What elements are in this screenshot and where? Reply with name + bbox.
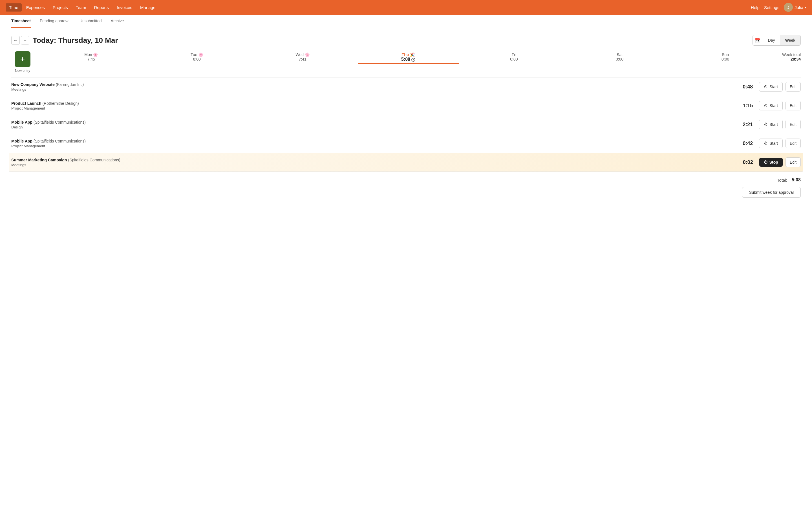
entry-client: (Farringdon Inc) [55, 82, 84, 87]
next-week-button[interactable]: → [21, 36, 29, 44]
new-entry-button[interactable]: + [15, 51, 31, 67]
entry-task: Project Management [11, 144, 739, 148]
new-entry-label: New entry [15, 69, 30, 73]
entry-project: New Company Website [11, 82, 55, 87]
week-total: Week total 28:34 [778, 51, 801, 62]
day-hours-sun: 0:00 [722, 57, 729, 61]
nav-right: Help Settings J Julia ▾ [751, 3, 806, 12]
day-name-thu: Thu 🎉 [402, 52, 415, 57]
day-col-fri[interactable]: Fri0:00 [461, 51, 567, 65]
header-row: ← → Today: Thursday, 10 Mar 📅 Day Week [11, 35, 801, 46]
start-button[interactable]: ⏱ Start [759, 101, 783, 110]
edit-button[interactable]: Edit [785, 101, 801, 110]
nav-item-expenses[interactable]: Expenses [23, 3, 48, 12]
day-col-thu[interactable]: Thu 🎉5:08 [356, 51, 461, 65]
clock-icon: ⏱ [764, 122, 768, 127]
week-total-value: 28:34 [791, 57, 801, 61]
entry-project-line: Mobile App (Spitalfields Communications) [11, 139, 739, 143]
day-col-tue[interactable]: Tue 🌸8:00 [144, 51, 250, 65]
entry-project: Mobile App [11, 139, 32, 143]
start-button[interactable]: ⏱ Start [759, 82, 783, 92]
entry-actions-entry3: 2:21⏱ StartEdit [739, 120, 801, 129]
entry-time: 2:21 [739, 122, 753, 128]
table-row-entry3: Mobile App (Spitalfields Communications)… [11, 115, 801, 134]
week-view-button[interactable]: Week [780, 35, 800, 46]
entry-time: 0:42 [739, 141, 753, 146]
nav-item-manage[interactable]: Manage [137, 3, 159, 12]
entry-actions-entry4: 0:42⏱ StartEdit [739, 139, 801, 148]
clock-icon: ⏱ [764, 141, 768, 146]
entry-project-line: Mobile App (Spitalfields Communications) [11, 120, 739, 125]
edit-button[interactable]: Edit [785, 139, 801, 148]
entries-list: New Company Website (Farringdon Inc)Meet… [11, 77, 801, 172]
start-button[interactable]: ⏱ Start [759, 139, 783, 148]
day-name-fri: Fri [512, 52, 516, 57]
week-section: + New entry Mon 🌸7:45Tue 🌸8:00Wed 🌸7:41T… [11, 51, 801, 73]
entry-info-entry2: Product Launch (Rotherhithe Design)Proje… [11, 101, 739, 110]
nav-item-invoices[interactable]: Invoices [113, 3, 136, 12]
day-col-wed[interactable]: Wed 🌸7:41 [250, 51, 356, 65]
tab-timesheet[interactable]: Timesheet [11, 15, 31, 28]
entry-project-line: Summer Marketing Campaign (Spitalfields … [11, 158, 739, 162]
current-day-underline [358, 63, 459, 64]
prev-week-button[interactable]: ← [11, 36, 20, 44]
nav-item-reports[interactable]: Reports [91, 3, 113, 12]
entry-project-line: New Company Website (Farringdon Inc) [11, 82, 739, 87]
day-hours-mon: 7:45 [87, 57, 95, 61]
date-nav-arrows: ← → [11, 36, 29, 44]
day-name-tue: Tue 🌸 [191, 52, 203, 57]
entry-project-line: Product Launch (Rotherhithe Design) [11, 101, 739, 106]
entry-info-entry5: Summer Marketing Campaign (Spitalfields … [11, 158, 739, 167]
entry-info-entry1: New Company Website (Farringdon Inc)Meet… [11, 82, 739, 92]
user-name: Julia [795, 5, 803, 10]
submit-row: Submit week for approval [11, 187, 801, 204]
table-row-entry2: Product Launch (Rotherhithe Design)Proje… [11, 96, 801, 115]
week-total-label: Week total [782, 52, 801, 57]
calendar-icon-button[interactable]: 📅 [753, 35, 763, 46]
edit-button[interactable]: Edit [785, 158, 801, 167]
start-button[interactable]: ⏱ Start [759, 120, 783, 129]
clock-icon: ⏱ [764, 85, 768, 89]
clock-icon: ⏱ [764, 103, 768, 108]
entry-info-entry3: Mobile App (Spitalfields Communications)… [11, 120, 739, 129]
entry-actions-entry2: 1:15⏱ StartEdit [739, 101, 801, 110]
nav-item-time[interactable]: Time [6, 3, 22, 12]
today-date: Thursday, 10 Mar [58, 36, 118, 44]
entry-task: Meetings [11, 87, 739, 92]
day-col-sun[interactable]: Sun0:00 [672, 51, 778, 65]
day-col-sat[interactable]: Sat0:00 [567, 51, 672, 65]
entry-project: Mobile App [11, 120, 32, 125]
day-hours-wed: 7:41 [299, 57, 307, 61]
settings-link[interactable]: Settings [764, 5, 779, 10]
user-menu[interactable]: J Julia ▾ [784, 3, 806, 12]
entry-time: 0:48 [739, 84, 753, 90]
tab-unsubmitted[interactable]: Unsubmitted [80, 15, 102, 28]
entry-client: (Spitalfields Communications) [32, 120, 86, 125]
nav-item-team[interactable]: Team [72, 3, 90, 12]
tabs-bar: TimesheetPending approvalUnsubmittedArch… [0, 15, 812, 28]
edit-button[interactable]: Edit [785, 120, 801, 129]
entry-project: Product Launch [11, 101, 41, 106]
day-col-mon[interactable]: Mon 🌸7:45 [38, 51, 144, 65]
help-link[interactable]: Help [751, 5, 760, 10]
entry-client: (Rotherhithe Design) [41, 101, 79, 106]
entry-time: 1:15 [739, 103, 753, 109]
day-view-button[interactable]: Day [763, 35, 780, 46]
table-row-entry4: Mobile App (Spitalfields Communications)… [11, 134, 801, 153]
main-nav: TimeExpensesProjectsTeamReportsInvoicesM… [0, 0, 812, 15]
today-prefix: Today: [33, 36, 56, 44]
nav-item-projects[interactable]: Projects [49, 3, 71, 12]
entry-actions-entry5: 0:02⏱ StopEdit [739, 158, 801, 167]
nav-items: TimeExpensesProjectsTeamReportsInvoicesM… [6, 3, 159, 12]
submit-week-button[interactable]: Submit week for approval [742, 187, 801, 198]
entry-time: 0:02 [739, 159, 753, 165]
entry-client: (Spitalfields Communications) [67, 158, 120, 162]
edit-button[interactable]: Edit [785, 82, 801, 92]
tab-archive[interactable]: Archive [111, 15, 124, 28]
tab-pending[interactable]: Pending approval [40, 15, 70, 28]
day-hours-sat: 0:00 [616, 57, 623, 61]
clock-icon: ⏱ [764, 160, 768, 164]
total-label: Total: [777, 178, 787, 182]
entry-client: (Spitalfields Communications) [32, 139, 86, 143]
stop-button[interactable]: ⏱ Stop [759, 158, 783, 167]
